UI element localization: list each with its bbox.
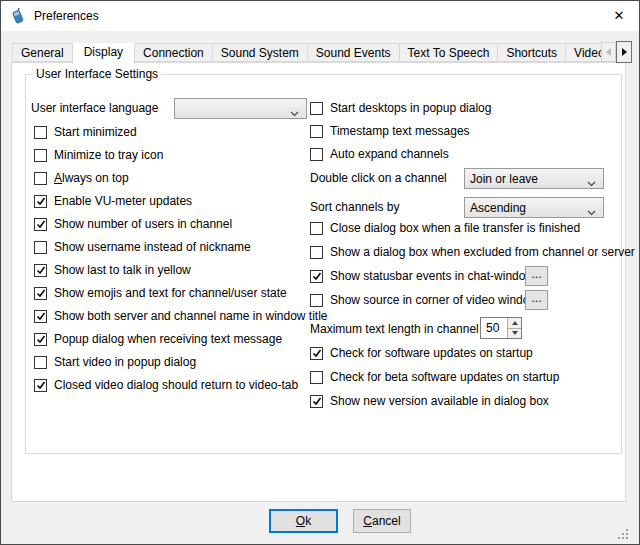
check-statusbar-events[interactable]: Show statusbar events in chat-window bbox=[310, 266, 534, 286]
checkbox[interactable] bbox=[34, 264, 47, 277]
checkbox[interactable] bbox=[34, 379, 47, 392]
spin-up-button[interactable] bbox=[508, 318, 521, 329]
check-desktops-popup[interactable]: Start desktops in popup dialog bbox=[310, 98, 491, 118]
checkbox[interactable] bbox=[310, 294, 323, 307]
checkbox[interactable] bbox=[34, 333, 47, 346]
check-always-on-top[interactable]: Always on top bbox=[34, 168, 129, 188]
sort-channels-label: Sort channels by bbox=[310, 200, 399, 214]
check-beta-updates[interactable]: Check for beta software updates on start… bbox=[310, 367, 559, 387]
double-click-row: Double click on a channel bbox=[310, 168, 447, 188]
video-source-more-button[interactable]: ... bbox=[525, 290, 548, 310]
tab-sound-events[interactable]: Sound Events bbox=[307, 43, 400, 62]
checkbox[interactable] bbox=[310, 371, 323, 384]
checkbox[interactable] bbox=[34, 287, 47, 300]
check-closed-video-return[interactable]: Closed video dialog should return to vid… bbox=[34, 375, 298, 395]
tab-sound-system[interactable]: Sound System bbox=[212, 43, 308, 62]
check-window-title[interactable]: Show both server and channel name in win… bbox=[34, 306, 328, 326]
max-text-length-value: 50 bbox=[481, 318, 507, 338]
language-row: User interface language bbox=[31, 98, 158, 118]
tab-connection[interactable]: Connection bbox=[134, 43, 213, 62]
tab-scroll-left-button bbox=[601, 42, 616, 62]
checkbox[interactable] bbox=[34, 310, 47, 323]
double-click-label: Double click on a channel bbox=[310, 171, 447, 185]
tab-display[interactable]: Display bbox=[72, 43, 135, 64]
tab-video[interactable]: Video bbox=[565, 43, 601, 62]
close-icon: ✕ bbox=[614, 8, 625, 23]
checkbox[interactable] bbox=[310, 347, 323, 360]
check-video-source-corner[interactable]: Show source in corner of video window bbox=[310, 290, 538, 310]
check-show-username[interactable]: Show username instead of nickname bbox=[34, 237, 251, 257]
close-button[interactable]: ✕ bbox=[599, 1, 639, 30]
check-auto-expand[interactable]: Auto expand channels bbox=[310, 144, 449, 164]
double-click-select[interactable]: Join or leave bbox=[464, 168, 604, 189]
check-last-to-talk[interactable]: Show last to talk in yellow bbox=[34, 260, 191, 280]
arrow-left-icon bbox=[606, 48, 611, 56]
arrow-down-icon bbox=[512, 331, 518, 335]
tab-shortcuts[interactable]: Shortcuts bbox=[497, 43, 566, 62]
check-popup-text-message[interactable]: Popup dialog when receiving text message bbox=[34, 329, 282, 349]
display-tab-page: User Interface Settings User interface l… bbox=[11, 62, 626, 502]
sort-channels-select[interactable]: Ascending bbox=[464, 197, 604, 218]
titlebar[interactable]: Preferences ✕ bbox=[1, 1, 639, 31]
app-icon bbox=[10, 8, 26, 24]
max-text-length-spinner[interactable]: 50 bbox=[480, 317, 522, 339]
spin-down-button[interactable] bbox=[508, 329, 521, 339]
chevron-down-icon bbox=[290, 106, 299, 120]
checkbox[interactable] bbox=[34, 195, 47, 208]
checkbox[interactable] bbox=[34, 218, 47, 231]
checkbox[interactable] bbox=[34, 126, 47, 139]
preferences-dialog: Preferences ✕ General Display Connection… bbox=[0, 0, 640, 545]
language-label: User interface language bbox=[31, 101, 158, 115]
checkbox[interactable] bbox=[34, 356, 47, 369]
chevron-down-icon bbox=[587, 205, 596, 219]
arrow-up-icon bbox=[512, 321, 518, 325]
check-show-user-count[interactable]: Show number of users in channel bbox=[34, 214, 232, 234]
checkbox[interactable] bbox=[310, 395, 323, 408]
check-start-minimized[interactable]: Start minimized bbox=[34, 122, 137, 142]
ok-button[interactable]: Ok bbox=[269, 509, 338, 533]
max-text-length-row: Maximum text length in channel list bbox=[310, 319, 497, 339]
checkbox[interactable] bbox=[310, 102, 323, 115]
checkbox[interactable] bbox=[310, 270, 323, 283]
check-video-popup[interactable]: Start video in popup dialog bbox=[34, 352, 196, 372]
window-title: Preferences bbox=[34, 1, 99, 31]
resize-grip[interactable] bbox=[618, 529, 620, 531]
sort-channels-row: Sort channels by bbox=[310, 197, 399, 217]
check-emojis[interactable]: Show emojis and text for channel/user st… bbox=[34, 283, 287, 303]
tab-scroll-right-button[interactable] bbox=[616, 41, 632, 63]
checkbox[interactable] bbox=[34, 149, 47, 162]
cancel-button[interactable]: Cancel bbox=[353, 509, 411, 533]
group-title: User Interface Settings bbox=[33, 67, 161, 81]
arrow-right-icon bbox=[622, 48, 627, 56]
checkbox[interactable] bbox=[310, 246, 323, 259]
checkbox[interactable] bbox=[310, 148, 323, 161]
checkbox[interactable] bbox=[310, 125, 323, 138]
check-software-updates[interactable]: Check for software updates on startup bbox=[310, 343, 533, 363]
checkbox[interactable] bbox=[34, 241, 47, 254]
check-minimize-to-tray[interactable]: Minimize to tray icon bbox=[34, 145, 163, 165]
check-excluded-dialog[interactable]: Show a dialog box when excluded from cha… bbox=[310, 242, 635, 262]
tab-text-to-speech[interactable]: Text To Speech bbox=[399, 43, 499, 62]
check-vu-meter[interactable]: Enable VU-meter updates bbox=[34, 191, 192, 211]
language-select[interactable] bbox=[174, 98, 307, 119]
double-click-value: Join or leave bbox=[470, 172, 538, 186]
checkbox[interactable] bbox=[34, 172, 47, 185]
check-close-filetransfer[interactable]: Close dialog box when a file transfer is… bbox=[310, 218, 580, 238]
tab-general[interactable]: General bbox=[12, 43, 73, 62]
statusbar-events-more-button[interactable]: ... bbox=[525, 266, 548, 286]
check-new-version-dialog[interactable]: Show new version available in dialog box bbox=[310, 391, 549, 411]
check-timestamp[interactable]: Timestamp text messages bbox=[310, 121, 470, 141]
sort-channels-value: Ascending bbox=[470, 201, 526, 215]
tab-bar: General Display Connection Sound System … bbox=[12, 43, 601, 64]
max-text-length-label: Maximum text length in channel list bbox=[310, 322, 497, 336]
checkbox[interactable] bbox=[310, 222, 323, 235]
chevron-down-icon bbox=[587, 176, 596, 190]
